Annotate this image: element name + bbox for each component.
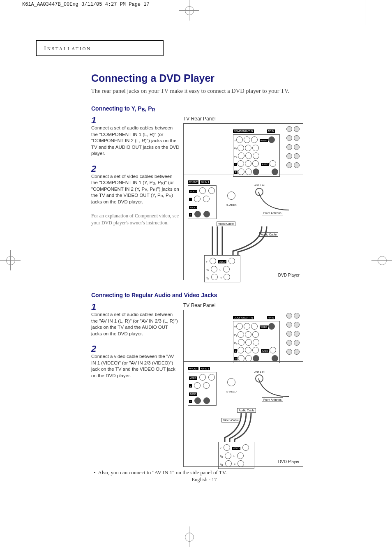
registration-mark-bottom-circle: [185, 533, 194, 542]
sec2-step2-number: 2: [91, 344, 180, 353]
cable-bundle-icon: [208, 226, 282, 259]
label-component-in-2: COMPONENT IN: [233, 316, 254, 319]
sec1-step1-text: Connect a set of audio cables between th…: [91, 125, 180, 157]
sec2-diagram-label: TV Rear Panel: [183, 302, 307, 308]
sec1-step1-number: 1: [91, 116, 180, 125]
label-from-antenna: From Antenna: [262, 211, 283, 215]
registration-mark-left-circle: [6, 256, 15, 265]
sec2-step1-number: 1: [91, 302, 180, 312]
label-from-antenna-2: From Antenna: [262, 397, 283, 402]
antenna-cable-icon-2: [256, 376, 297, 401]
section-header-box: Installation: [36, 40, 164, 56]
antenna-cable-icon: [256, 189, 297, 214]
sec2-step2-text: Connect a video cable between the "AV IN…: [91, 353, 180, 379]
cable-bundle-icon-2: [208, 413, 282, 446]
page-title: Connecting a DVD Player: [91, 72, 317, 84]
sec1-note: For an explanation of Component video, s…: [91, 212, 180, 226]
label-av-in1: AV IN 1: [200, 180, 210, 184]
label-component-in: COMPONENT IN: [233, 129, 254, 133]
label-dvd-player-2: DVD Player: [278, 459, 300, 464]
label-svideo: S-VIDEO: [226, 204, 237, 206]
sec1-step2-text: Connect a set of video cables between th…: [91, 173, 180, 205]
sec2-diagram: COMPONENT IN AV IN Y VIDEO PB PR L AUDIO…: [183, 310, 303, 467]
label-av-in1-2: AV IN 1: [200, 367, 210, 370]
label-av-out: AV OUT: [188, 180, 198, 184]
label-svideo-2: S-VIDEO: [226, 390, 237, 393]
label-dvd-player: DVD Player: [278, 273, 300, 277]
section1-heading: Connecting to Y, PB, PR Connecting to Y,…: [91, 105, 317, 112]
label-ant1-2: ANT 1 IN: [254, 371, 265, 373]
label-video-cable: Video Cable: [217, 222, 235, 226]
page-footer: English - 17: [91, 477, 317, 483]
bullet-note: • Also, you can connect to "AV IN 1" on …: [94, 469, 317, 476]
trim-line-right: [366, 0, 366, 25]
label-av-in-2: AV IN: [267, 316, 275, 319]
label-audio-cable-2: Audio Cable: [237, 408, 256, 413]
sec1-diagram: COMPONENT IN AV IN Y VIDEO PB PR L AUDIO…: [183, 123, 303, 280]
section2-heading: Connecting to Regular Audio and Video Ja…: [91, 292, 317, 298]
label-av-in: AV IN: [267, 129, 275, 133]
intro-text: The rear panel jacks on your TV make it …: [91, 88, 317, 95]
label-av-out-2: AV OUT: [188, 367, 198, 370]
sec2-step1-text: Connect a set of audio cables between th…: [91, 312, 180, 337]
registration-mark-right-circle: [378, 256, 387, 265]
section-label: Installation: [44, 45, 91, 52]
label-ant1: ANT 1 IN: [254, 184, 265, 187]
sec1-diagram-label: TV Rear Panel: [183, 116, 307, 122]
sec1-step2-number: 2: [91, 164, 180, 173]
registration-mark-top-circle: [185, 6, 194, 15]
print-header: K61A_AA03447B_00Eng 3/11/05 4:27 PM Page…: [22, 2, 150, 7]
